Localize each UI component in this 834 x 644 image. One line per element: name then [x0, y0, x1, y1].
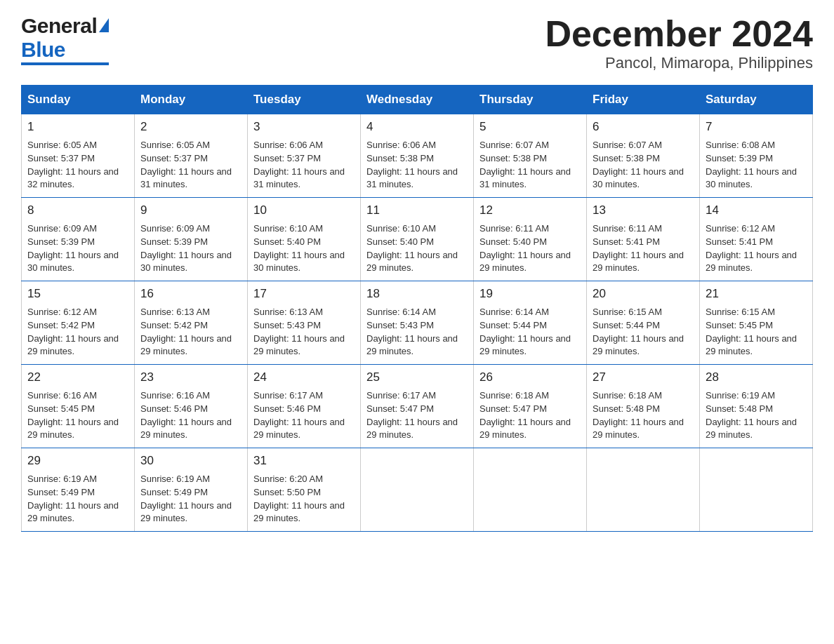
- day-info: Sunrise: 6:07 AMSunset: 5:38 PMDaylight:…: [593, 140, 684, 190]
- day-info: Sunrise: 6:15 AMSunset: 5:44 PMDaylight:…: [593, 307, 684, 357]
- calendar-cell: 30 Sunrise: 6:19 AMSunset: 5:49 PMDaylig…: [135, 448, 248, 532]
- calendar-cell: 20 Sunrise: 6:15 AMSunset: 5:44 PMDaylig…: [587, 281, 700, 365]
- day-info: Sunrise: 6:12 AMSunset: 5:42 PMDaylight:…: [27, 307, 119, 357]
- calendar-cell: 26 Sunrise: 6:18 AMSunset: 5:47 PMDaylig…: [474, 365, 587, 448]
- calendar-cell: 7 Sunrise: 6:08 AMSunset: 5:39 PMDayligh…: [700, 114, 813, 198]
- day-number: 3: [253, 119, 355, 136]
- logo-general-text: General: [21, 14, 97, 38]
- day-number: 1: [27, 119, 128, 136]
- day-info: Sunrise: 6:13 AMSunset: 5:42 PMDaylight:…: [140, 307, 232, 357]
- calendar-cell: [474, 448, 587, 532]
- day-number: 11: [366, 202, 468, 220]
- day-number: 8: [27, 202, 128, 220]
- day-info: Sunrise: 6:19 AMSunset: 5:48 PMDaylight:…: [706, 390, 797, 441]
- calendar-cell: 11 Sunrise: 6:10 AMSunset: 5:40 PMDaylig…: [361, 198, 474, 281]
- day-number: 10: [253, 202, 355, 220]
- day-number: 13: [593, 202, 694, 220]
- day-info: Sunrise: 6:17 AMSunset: 5:46 PMDaylight:…: [253, 390, 345, 441]
- col-sunday: Sunday: [22, 86, 135, 114]
- calendar-cell: 21 Sunrise: 6:15 AMSunset: 5:45 PMDaylig…: [700, 281, 813, 365]
- day-info: Sunrise: 6:05 AMSunset: 5:37 PMDaylight:…: [140, 140, 232, 190]
- day-info: Sunrise: 6:19 AMSunset: 5:49 PMDaylight:…: [140, 474, 232, 524]
- day-number: 19: [479, 286, 581, 303]
- calendar-week-3: 15 Sunrise: 6:12 AMSunset: 5:42 PMDaylig…: [22, 281, 813, 365]
- day-number: 25: [366, 369, 468, 387]
- calendar-cell: 25 Sunrise: 6:17 AMSunset: 5:47 PMDaylig…: [361, 365, 474, 448]
- day-number: 28: [706, 369, 807, 387]
- day-number: 22: [27, 369, 128, 387]
- day-number: 12: [479, 202, 581, 220]
- col-wednesday: Wednesday: [361, 86, 474, 114]
- col-thursday: Thursday: [474, 86, 587, 114]
- day-info: Sunrise: 6:11 AMSunset: 5:40 PMDaylight:…: [479, 223, 571, 274]
- col-saturday: Saturday: [700, 86, 813, 114]
- calendar-cell: 24 Sunrise: 6:17 AMSunset: 5:46 PMDaylig…: [248, 365, 361, 448]
- day-number: 20: [593, 286, 694, 303]
- calendar-cell: 19 Sunrise: 6:14 AMSunset: 5:44 PMDaylig…: [474, 281, 587, 365]
- calendar-cell: 9 Sunrise: 6:09 AMSunset: 5:39 PMDayligh…: [135, 198, 248, 281]
- day-number: 7: [706, 119, 807, 136]
- day-number: 30: [140, 452, 241, 470]
- calendar-cell: 17 Sunrise: 6:13 AMSunset: 5:43 PMDaylig…: [248, 281, 361, 365]
- calendar-cell: 12 Sunrise: 6:11 AMSunset: 5:40 PMDaylig…: [474, 198, 587, 281]
- title-block: December 2024 Pancol, Mimaropa, Philippi…: [545, 14, 813, 72]
- day-number: 16: [140, 286, 241, 303]
- col-tuesday: Tuesday: [248, 86, 361, 114]
- day-number: 17: [253, 286, 355, 303]
- day-info: Sunrise: 6:10 AMSunset: 5:40 PMDaylight:…: [253, 223, 345, 274]
- calendar-cell: 2 Sunrise: 6:05 AMSunset: 5:37 PMDayligh…: [135, 114, 248, 198]
- day-number: 14: [706, 202, 807, 220]
- calendar-cell: [700, 448, 813, 532]
- logo-blue-text: Blue: [21, 38, 65, 62]
- day-info: Sunrise: 6:10 AMSunset: 5:40 PMDaylight:…: [366, 223, 458, 274]
- day-info: Sunrise: 6:20 AMSunset: 5:50 PMDaylight:…: [253, 474, 345, 524]
- calendar-cell: 14 Sunrise: 6:12 AMSunset: 5:41 PMDaylig…: [700, 198, 813, 281]
- day-number: 2: [140, 119, 241, 136]
- logo-triangle-icon: [99, 18, 109, 32]
- day-number: 24: [253, 369, 355, 387]
- day-info: Sunrise: 6:18 AMSunset: 5:48 PMDaylight:…: [593, 390, 684, 441]
- day-info: Sunrise: 6:09 AMSunset: 5:39 PMDaylight:…: [27, 223, 119, 274]
- day-number: 4: [366, 119, 468, 136]
- day-info: Sunrise: 6:12 AMSunset: 5:41 PMDaylight:…: [706, 223, 797, 274]
- col-friday: Friday: [587, 86, 700, 114]
- day-info: Sunrise: 6:16 AMSunset: 5:45 PMDaylight:…: [27, 390, 119, 441]
- logo-underline: [21, 62, 109, 65]
- calendar-cell: 13 Sunrise: 6:11 AMSunset: 5:41 PMDaylig…: [587, 198, 700, 281]
- day-info: Sunrise: 6:05 AMSunset: 5:37 PMDaylight:…: [27, 140, 119, 190]
- calendar-header-row: Sunday Monday Tuesday Wednesday Thursday…: [22, 86, 813, 114]
- day-info: Sunrise: 6:19 AMSunset: 5:49 PMDaylight:…: [27, 474, 119, 524]
- day-info: Sunrise: 6:14 AMSunset: 5:44 PMDaylight:…: [479, 307, 571, 357]
- calendar-week-5: 29 Sunrise: 6:19 AMSunset: 5:49 PMDaylig…: [22, 448, 813, 532]
- calendar-cell: 27 Sunrise: 6:18 AMSunset: 5:48 PMDaylig…: [587, 365, 700, 448]
- calendar-cell: 15 Sunrise: 6:12 AMSunset: 5:42 PMDaylig…: [22, 281, 135, 365]
- day-info: Sunrise: 6:16 AMSunset: 5:46 PMDaylight:…: [140, 390, 232, 441]
- day-number: 26: [479, 369, 581, 387]
- calendar-week-1: 1 Sunrise: 6:05 AMSunset: 5:37 PMDayligh…: [22, 114, 813, 198]
- calendar-cell: 6 Sunrise: 6:07 AMSunset: 5:38 PMDayligh…: [587, 114, 700, 198]
- day-info: Sunrise: 6:11 AMSunset: 5:41 PMDaylight:…: [593, 223, 684, 274]
- calendar-cell: 23 Sunrise: 6:16 AMSunset: 5:46 PMDaylig…: [135, 365, 248, 448]
- day-number: 29: [27, 452, 128, 470]
- calendar-cell: 4 Sunrise: 6:06 AMSunset: 5:38 PMDayligh…: [361, 114, 474, 198]
- calendar-title: December 2024: [545, 14, 813, 54]
- calendar-cell: 22 Sunrise: 6:16 AMSunset: 5:45 PMDaylig…: [22, 365, 135, 448]
- calendar-cell: [587, 448, 700, 532]
- day-info: Sunrise: 6:13 AMSunset: 5:43 PMDaylight:…: [253, 307, 345, 357]
- calendar-cell: 8 Sunrise: 6:09 AMSunset: 5:39 PMDayligh…: [22, 198, 135, 281]
- day-number: 5: [479, 119, 581, 136]
- calendar-cell: 1 Sunrise: 6:05 AMSunset: 5:37 PMDayligh…: [22, 114, 135, 198]
- calendar-cell: 3 Sunrise: 6:06 AMSunset: 5:37 PMDayligh…: [248, 114, 361, 198]
- day-number: 9: [140, 202, 241, 220]
- day-number: 6: [593, 119, 694, 136]
- calendar-cell: 5 Sunrise: 6:07 AMSunset: 5:38 PMDayligh…: [474, 114, 587, 198]
- day-info: Sunrise: 6:14 AMSunset: 5:43 PMDaylight:…: [366, 307, 458, 357]
- calendar-cell: 18 Sunrise: 6:14 AMSunset: 5:43 PMDaylig…: [361, 281, 474, 365]
- col-monday: Monday: [135, 86, 248, 114]
- day-number: 23: [140, 369, 241, 387]
- day-info: Sunrise: 6:15 AMSunset: 5:45 PMDaylight:…: [706, 307, 797, 357]
- day-info: Sunrise: 6:07 AMSunset: 5:38 PMDaylight:…: [479, 140, 571, 190]
- calendar-table: Sunday Monday Tuesday Wednesday Thursday…: [21, 85, 813, 532]
- calendar-week-4: 22 Sunrise: 6:16 AMSunset: 5:45 PMDaylig…: [22, 365, 813, 448]
- logo: General Blue: [21, 14, 109, 65]
